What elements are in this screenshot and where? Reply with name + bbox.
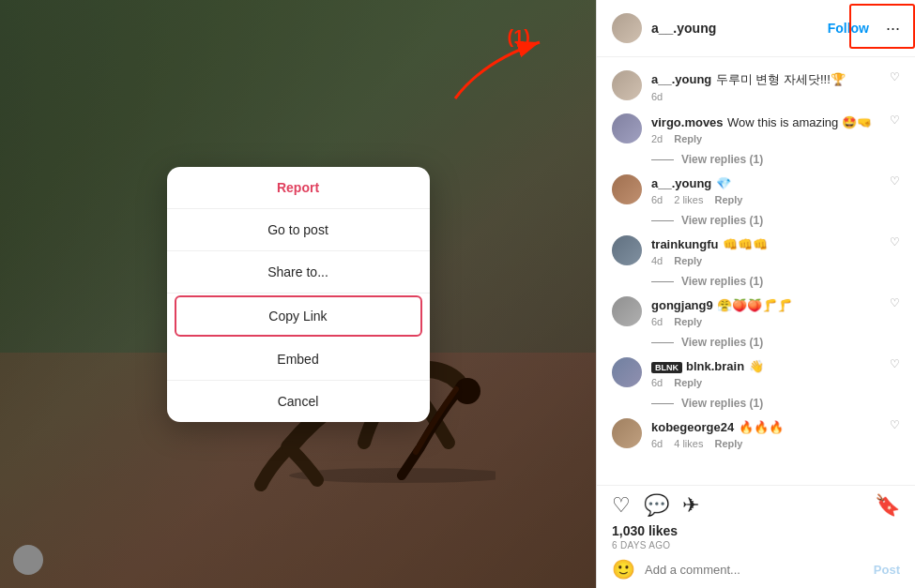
comment-like-icon[interactable]: ♡ — [890, 113, 900, 127]
comment-avatar — [612, 113, 642, 143]
replies-line — [651, 220, 674, 221]
view-replies-text: View replies (1) — [681, 153, 763, 166]
post-date: 6 days ago — [612, 540, 900, 550]
replies-line — [651, 342, 674, 343]
comment-like-icon[interactable]: ♡ — [890, 174, 900, 188]
comment-time: 6d — [651, 377, 663, 388]
comment-meta: 6d Reply — [651, 316, 880, 327]
comment-body: a__.young 💎 6d 2 likes Reply — [651, 174, 880, 205]
comment-time: 2d — [651, 133, 663, 144]
reply-button[interactable]: Reply — [714, 438, 742, 449]
post-footer: ♡ 💬 ✈ 🔖 1,030 likes 6 days ago 🙂 Post — [597, 485, 915, 588]
comment-item: trainkungfu 👊👊👊 4d Reply ♡ — [597, 230, 915, 272]
reply-button[interactable]: Reply — [714, 194, 742, 205]
comment-body: kobegeorge24 🔥🔥🔥 6d 4 likes Reply — [651, 418, 880, 449]
comment-meta: 6d 4 likes Reply — [651, 438, 880, 449]
action-bar: ♡ 💬 ✈ 🔖 — [612, 493, 900, 518]
replies-line — [651, 159, 674, 160]
reply-button[interactable]: Reply — [674, 255, 702, 266]
reply-button[interactable]: Reply — [674, 377, 702, 388]
comment-body: virgo.moves Wow this is amazing 🤩🤜 2d Re… — [651, 113, 880, 144]
comment-like-icon[interactable]: ♡ — [890, 296, 900, 309]
more-options-button[interactable]: ··· — [886, 19, 900, 38]
view-replies-button[interactable]: View replies (1) — [597, 394, 915, 413]
comment-item: BLNKblnk.brain 👋 6d Reply ♡ — [597, 352, 915, 394]
comment-avatar — [612, 70, 642, 100]
share-button[interactable]: ✈ — [682, 493, 699, 518]
follow-button[interactable]: Follow — [828, 21, 869, 36]
add-comment-input[interactable] — [645, 563, 864, 577]
comment-username: virgo.moves — [651, 115, 724, 129]
reply-button[interactable]: Reply — [674, 316, 702, 327]
like-button[interactable]: ♡ — [612, 493, 631, 518]
comment-body: trainkungfu 👊👊👊 4d Reply — [651, 235, 880, 266]
modal-overlay: Report Go to post Share to... Copy Link … — [0, 0, 596, 588]
comment-text: 💎 — [716, 176, 731, 190]
user-tag: BLNK — [651, 362, 682, 373]
comment-body: BLNKblnk.brain 👋 6d Reply — [651, 357, 880, 388]
comment-time: 6d — [651, 194, 663, 205]
comment-like-icon[interactable]: ♡ — [890, 235, 900, 249]
comment-button[interactable]: 💬 — [644, 493, 669, 518]
comment-avatar — [612, 418, 642, 448]
comment-text: 👊👊👊 — [723, 237, 768, 251]
comment-meta: 6d Reply — [651, 377, 880, 388]
comment-likes: 4 likes — [674, 438, 703, 449]
replies-line — [651, 403, 674, 404]
comment-item: a__.young 💎 6d 2 likes Reply ♡ — [597, 169, 915, 211]
post-comment-button[interactable]: Post — [874, 563, 900, 577]
comment-username: blnk.brain — [686, 359, 744, 373]
comment-like-icon[interactable]: ♡ — [890, 70, 900, 83]
comment-text: 🔥🔥🔥 — [739, 420, 784, 434]
cancel-button[interactable]: Cancel — [167, 381, 430, 422]
comment-avatar — [612, 174, 642, 204]
emoji-picker-button[interactable]: 🙂 — [612, 558, 635, 580]
comment-time: 6d — [651, 438, 663, 449]
go-to-post-button[interactable]: Go to post — [167, 209, 430, 251]
comment-text: 👋 — [749, 359, 764, 373]
likes-count: 1,030 likes — [612, 523, 900, 538]
comment-meta: 2d Reply — [651, 133, 880, 144]
copy-link-button[interactable]: Copy Link — [175, 295, 422, 337]
comments-panel: a__.young Follow ··· a__.young 두루미 변형 자세… — [596, 0, 915, 588]
reply-button[interactable]: Reply — [674, 133, 702, 144]
comments-list: a__.young 두루미 변형 자세닷!!!🏆 6d ♡ virgo.move… — [597, 57, 915, 485]
embed-button[interactable]: Embed — [167, 339, 430, 381]
comment-like-icon[interactable]: ♡ — [890, 357, 900, 370]
comment-likes: 2 likes — [674, 194, 703, 205]
comment-avatar — [612, 296, 642, 326]
comment-meta: 6d 2 likes Reply — [651, 194, 880, 205]
comment-like-icon[interactable]: ♡ — [890, 418, 900, 431]
comment-username: gongjang9 — [651, 298, 713, 312]
view-replies-button[interactable]: View replies (1) — [597, 211, 915, 230]
report-button[interactable]: Report — [167, 167, 430, 209]
add-comment-row: 🙂 Post — [612, 558, 900, 580]
comment-body: a__.young 두루미 변형 자세닷!!!🏆 6d — [651, 70, 880, 102]
poster-avatar — [612, 13, 642, 43]
post-header: a__.young Follow ··· — [597, 0, 915, 57]
comment-username: a__.young — [651, 176, 711, 190]
save-button[interactable]: 🔖 — [875, 493, 900, 518]
comment-text: Wow this is amazing 🤩🤜 — [727, 115, 872, 129]
post-image: (1) (2) Report Go to post Share to... Co… — [0, 0, 596, 588]
replies-line — [651, 281, 674, 282]
comment-time: 6d — [651, 91, 663, 102]
comment-body: gongjang9 😤🍑🍑🦵🦵 6d Reply — [651, 296, 880, 327]
comment-item: virgo.moves Wow this is amazing 🤩🤜 2d Re… — [597, 108, 915, 150]
comment-username: a__.young — [651, 72, 711, 86]
share-to-button[interactable]: Share to... — [167, 251, 430, 294]
comment-meta: 6d — [651, 91, 880, 102]
view-replies-button[interactable]: View replies (1) — [597, 150, 915, 169]
view-replies-button[interactable]: View replies (1) — [597, 272, 915, 291]
share-modal: Report Go to post Share to... Copy Link … — [167, 167, 430, 422]
comment-meta: 4d Reply — [651, 255, 880, 266]
view-replies-button[interactable]: View replies (1) — [597, 333, 915, 352]
comment-username: kobegeorge24 — [651, 420, 734, 434]
comment-item: a__.young 두루미 변형 자세닷!!!🏆 6d ♡ — [597, 65, 915, 108]
view-replies-text: View replies (1) — [681, 397, 763, 410]
view-replies-text: View replies (1) — [681, 275, 763, 288]
comment-time: 4d — [651, 255, 663, 266]
comment-item: gongjang9 😤🍑🍑🦵🦵 6d Reply ♡ — [597, 291, 915, 333]
comment-avatar — [612, 235, 642, 265]
comment-text: 두루미 변형 자세닷!!!🏆 — [716, 72, 846, 86]
